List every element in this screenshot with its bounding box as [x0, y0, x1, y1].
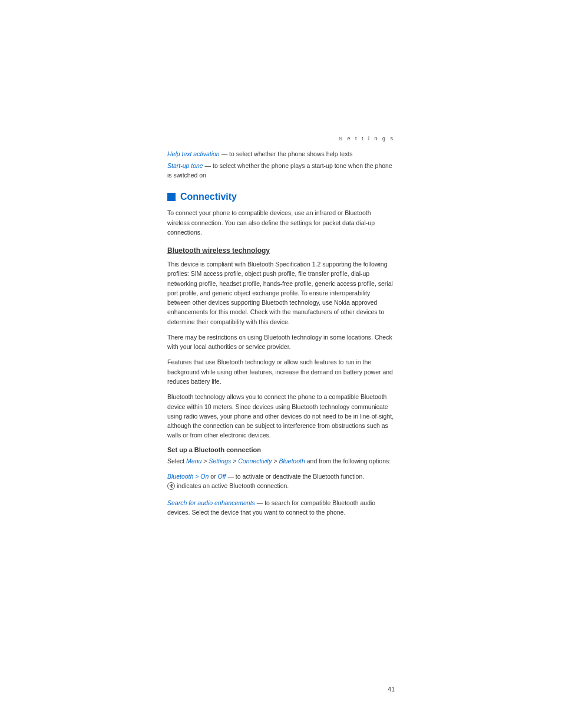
menu-sep-1: > [201, 457, 209, 465]
help-text-line: Help text activation — to select whether… [167, 150, 395, 159]
bt-on-link: Bluetooth > On [167, 473, 209, 480]
menu-path-text: Select [167, 457, 186, 465]
startup-tone-link: Start-up tone [167, 162, 203, 169]
help-text-link: Help text activation [167, 150, 220, 157]
settings-label: S e t t i n g s [167, 136, 395, 141]
help-text-desc: — to select whether the phone shows help… [220, 150, 353, 157]
menu-sep-2: > [231, 457, 238, 465]
bt-on-off-desc: — to activate or deactivate the Bluetoot… [226, 473, 365, 480]
setup-heading: Set up a Bluetooth connection [167, 446, 395, 453]
bt-off-link: Off [218, 473, 226, 480]
bluetooth-para-2: There may be restrictions on using Bluet… [167, 332, 395, 352]
menu-path-end: and from the following options: [305, 457, 391, 465]
menu-link-bluetooth: Bluetooth [279, 457, 305, 465]
page: S e t t i n g s Help text activation — t… [0, 0, 562, 728]
connectivity-heading: Connectivity [167, 192, 395, 202]
connectivity-intro: To connect your phone to compatible devi… [167, 208, 395, 237]
bt-or-text: or [209, 473, 217, 480]
startup-tone-line: Start-up tone — to select whether the ph… [167, 162, 395, 180]
connectivity-title: Connectivity [180, 192, 237, 202]
bt-active-note: indicates an active Bluetooth connection… [177, 481, 289, 490]
search-audio-link: Search for audio enhancements [167, 499, 255, 506]
section-square-icon [167, 193, 176, 201]
content-area: S e t t i n g s Help text activation — t… [167, 136, 395, 523]
bluetooth-option-2: Search for audio enhancements — to searc… [167, 498, 395, 518]
bluetooth-para-3: Features that use Bluetooth technology o… [167, 357, 395, 386]
menu-link-connectivity: Connectivity [238, 457, 272, 465]
bluetooth-para-1: This device is compliant with Bluetooth … [167, 259, 395, 327]
menu-path: Select Menu > Settings > Connectivity > … [167, 456, 395, 466]
bluetooth-section-heading: Bluetooth wireless technology [167, 246, 395, 255]
page-number: 41 [388, 686, 395, 693]
menu-link-settings: Settings [209, 457, 231, 465]
bluetooth-active-icon [167, 482, 175, 490]
menu-sep-3: > [272, 457, 279, 465]
bluetooth-para-4: Bluetooth technology allows you to conne… [167, 392, 395, 440]
bluetooth-option-1: Bluetooth > On or Off — to activate or d… [167, 472, 395, 492]
menu-link-menu: Menu [186, 457, 201, 465]
